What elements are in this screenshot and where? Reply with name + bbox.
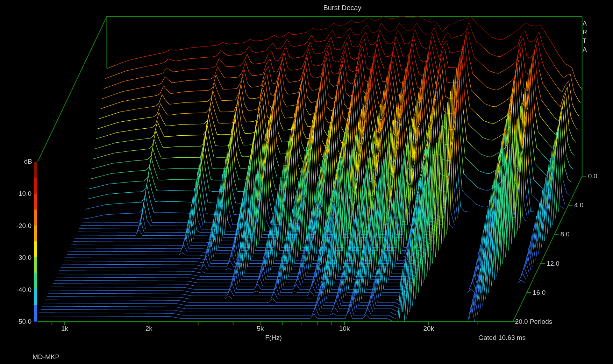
watermark-letter: T xyxy=(583,37,587,45)
db-tick-label: -40.0 xyxy=(3,286,31,294)
periods-axis-end-label: 20.0 Periods xyxy=(515,318,553,326)
db-tick-label: -50.0 xyxy=(3,318,31,326)
watermark-letter: A xyxy=(583,19,587,28)
db-tick-label: -10.0 xyxy=(3,190,31,198)
freq-tick-label: 10k xyxy=(339,325,350,333)
db-axis-label: dB xyxy=(3,158,32,165)
watermark-letter: R xyxy=(583,28,587,37)
periods-tick-label: 16.0 xyxy=(533,289,546,297)
freq-tick-label: 2k xyxy=(145,325,152,333)
freq-tick-label: 5k xyxy=(257,325,264,333)
periods-tick-label: 12.0 xyxy=(547,260,559,267)
waterfall-canvas xyxy=(0,0,613,364)
gated-label: Gated 10.63 ms xyxy=(478,334,526,342)
periods-tick-label: 0.0 xyxy=(588,172,597,180)
freq-axis-label: F(Hz) xyxy=(265,334,281,342)
signature-label: MD-MKP xyxy=(33,353,59,361)
watermark-letter: A xyxy=(583,45,587,54)
db-tick-label: -20.0 xyxy=(3,222,31,230)
burst-decay-window: Burst Decay ARTA dB F(Hz) Gated 10.63 ms… xyxy=(0,0,613,364)
db-tick-label: -30.0 xyxy=(3,254,31,262)
freq-tick-label: 1k xyxy=(61,325,68,333)
freq-tick-label: 20k xyxy=(423,325,434,333)
periods-tick-label: 4.0 xyxy=(574,201,583,209)
page-title: Burst Decay xyxy=(323,4,362,12)
arta-watermark: ARTA xyxy=(583,19,587,54)
periods-tick-label: 8.0 xyxy=(560,230,569,238)
